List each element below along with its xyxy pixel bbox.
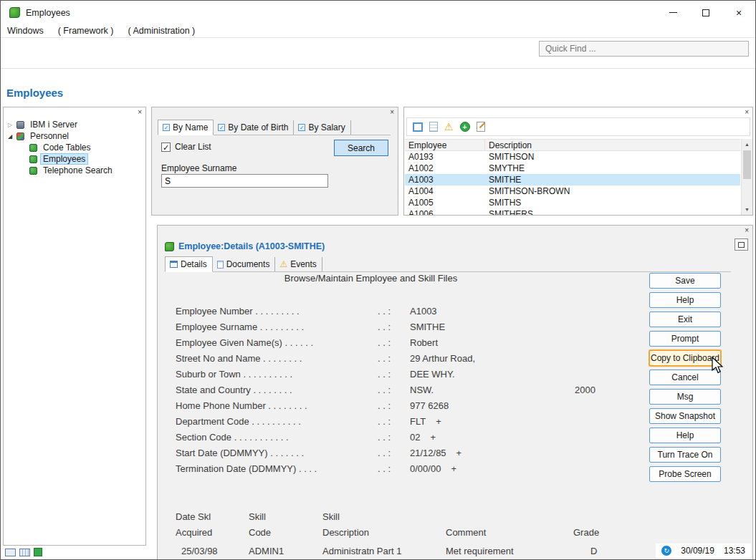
save-button[interactable]: Save — [649, 273, 721, 289]
form-field-row: Employee Surname . . . . . . . . . . . :… — [176, 319, 649, 334]
column-header-description[interactable]: Description — [485, 140, 740, 150]
tree-panel-close-icon[interactable]: × — [138, 109, 142, 116]
field-separator: . . : — [378, 432, 410, 443]
tree-item-telephone-search[interactable]: Telephone Search — [4, 165, 145, 176]
employee-list-panel: × ⚠ + Employee Description A0193 SMITHSO… — [403, 107, 753, 216]
cell-description: SMITHSON — [485, 151, 740, 163]
skills-header-cell: Date Skl — [176, 511, 249, 522]
show-snapshot-button[interactable]: Show Snapshot — [649, 408, 721, 424]
menu-item-administration[interactable]: ( Administration ) — [128, 26, 196, 36]
prompt-plus[interactable]: + — [451, 463, 456, 474]
keypad-icon[interactable] — [19, 549, 30, 556]
search-button[interactable]: Search — [334, 140, 388, 156]
field-value[interactable]: FLT — [410, 416, 426, 427]
details-tabstrip: Details Documents ⚠ Events — [165, 257, 731, 272]
connection-status-icon[interactable] — [34, 548, 42, 556]
quick-find-input[interactable] — [539, 41, 749, 57]
people-icon — [16, 132, 24, 140]
prompt-plus[interactable]: + — [430, 432, 436, 443]
update-icon[interactable]: ↻ — [661, 546, 671, 556]
tab-by-salary[interactable]: ✓ By Salary — [294, 120, 350, 135]
field-value[interactable]: A1003 — [410, 306, 437, 317]
form-field-row: Home Phone Number . . . . . . . . . . : … — [176, 397, 649, 413]
tab-label: By Name — [173, 122, 208, 132]
checkbox-icon: ✓ — [298, 124, 305, 131]
window-icon[interactable] — [413, 122, 423, 132]
field-label: Termination Date (DDMMYY) . . . . — [176, 463, 378, 474]
warning-icon[interactable]: ⚠ — [444, 122, 454, 132]
table-row[interactable]: A1006 SMITHERS — [405, 208, 740, 215]
form-field-row: Department Code . . . . . . . . . . . . … — [176, 413, 649, 429]
edit-icon[interactable] — [477, 122, 485, 132]
collapse-arrow-icon[interactable]: ◢ — [8, 133, 16, 140]
tree-item-personnel[interactable]: ◢ Personnel — [4, 130, 145, 142]
table-row[interactable]: A1002 SMYTHE — [405, 163, 740, 174]
field-value[interactable]: 21/12/85 — [410, 448, 446, 458]
tree-item-ibm-i-server[interactable]: ▷ IBM i Server — [4, 119, 145, 130]
scroll-down-button[interactable]: ▼ — [742, 204, 752, 215]
expand-arrow-icon[interactable]: ▷ — [8, 122, 16, 128]
exit-button[interactable]: Exit — [649, 312, 721, 327]
details-panel-close-icon[interactable]: × — [745, 227, 749, 234]
titlebar: Employees × — [1, 1, 755, 24]
scroll-thumb[interactable] — [743, 150, 751, 179]
cell-description: SMITHSON-BROWN — [485, 185, 740, 197]
column-header-employee[interactable]: Employee — [405, 140, 485, 150]
prompt-button[interactable]: Prompt — [649, 331, 721, 347]
prompt-plus[interactable]: + — [456, 448, 462, 458]
turn-trace-on-button[interactable]: Turn Trace On — [649, 447, 721, 463]
list-panel-close-icon[interactable]: × — [745, 109, 749, 116]
panel-restore-button[interactable] — [735, 238, 748, 251]
menu-item-windows[interactable]: Windows — [7, 26, 44, 36]
skills-data-row[interactable]: 25/03/98 ADMIN1 Administratn Part 1 Met … — [176, 543, 616, 559]
checkbox-icon: ✓ — [163, 124, 170, 131]
field-extra-value: 2000 — [575, 385, 595, 395]
tab-events[interactable]: ⚠ Events — [275, 257, 322, 271]
tab-details[interactable]: Details — [165, 256, 213, 272]
tree-item-employees[interactable]: Employees — [4, 153, 145, 165]
field-value[interactable]: DEE WHY. — [410, 369, 455, 380]
add-icon[interactable]: + — [460, 122, 470, 132]
minimize-button[interactable] — [656, 1, 689, 24]
statusbar-right: ↻ 30/09/19 13:53 — [656, 544, 751, 558]
probe-screen-button[interactable]: Probe Screen — [649, 466, 721, 482]
field-value[interactable]: 29 Arthur Road, — [410, 353, 475, 364]
search-panel-close-icon[interactable]: × — [390, 109, 394, 116]
table-icon — [29, 167, 37, 175]
table-row[interactable]: A1005 SMITHS — [405, 197, 740, 208]
field-value[interactable]: NSW. — [410, 385, 434, 395]
vertical-scrollbar[interactable]: ▲ ▼ — [741, 139, 752, 215]
field-value[interactable]: 02 — [410, 432, 420, 443]
table-row-selected[interactable]: A1003 SMITHE — [405, 174, 740, 185]
mouse-cursor — [712, 357, 724, 375]
table-row[interactable]: A0193 SMITHSON — [405, 151, 740, 163]
close-button[interactable]: × — [722, 1, 755, 24]
msg-button[interactable]: Msg — [649, 389, 721, 405]
field-label: Suburb or Town . . . . . . . . . . — [176, 369, 378, 380]
help-button-2[interactable]: Help — [649, 428, 721, 443]
keyboard-icon[interactable] — [5, 549, 16, 556]
field-value[interactable]: Robert — [410, 337, 438, 348]
menu-item-framework[interactable]: ( Framework ) — [58, 26, 114, 36]
tab-documents[interactable]: Documents — [213, 257, 276, 271]
field-value[interactable]: 977 6268 — [410, 400, 449, 411]
page-title: Employees — [6, 87, 63, 99]
maximize-button[interactable] — [689, 1, 722, 24]
clear-list-checkbox[interactable]: ✓ — [161, 143, 171, 152]
tree-item-label: Code Tables — [41, 143, 93, 153]
scroll-up-button[interactable]: ▲ — [742, 139, 752, 150]
employee-surname-input[interactable] — [161, 174, 328, 188]
field-value[interactable]: SMITHE — [410, 322, 445, 332]
cancel-button[interactable]: Cancel — [649, 370, 721, 385]
table-row[interactable]: A1004 SMITHSON-BROWN — [405, 185, 740, 197]
field-value[interactable]: 0/00/00 — [410, 463, 441, 474]
cell-employee: A0193 — [405, 151, 485, 163]
document-icon[interactable] — [429, 122, 438, 132]
form-field-row: Section Code . . . . . . . . . . . . . :… — [176, 429, 649, 445]
tab-by-name[interactable]: ✓ By Name — [158, 120, 214, 135]
copy-to-clipboard-button[interactable]: Copy to Clipboard — [649, 350, 721, 366]
help-button[interactable]: Help — [649, 292, 721, 308]
tree-item-code-tables[interactable]: Code Tables — [4, 142, 145, 153]
tab-by-date-of-birth[interactable]: ✓ By Date of Birth — [214, 120, 294, 135]
prompt-plus[interactable]: + — [436, 416, 441, 427]
